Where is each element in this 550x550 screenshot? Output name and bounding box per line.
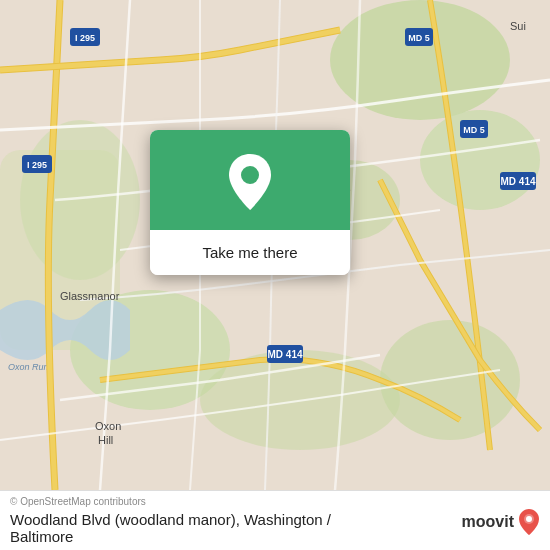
popup-tail [240,273,260,275]
svg-text:Hill: Hill [98,434,113,446]
map-container: Oxon Run I 295 I [0,0,550,490]
svg-text:Glassmanor: Glassmanor [60,290,120,302]
svg-text:Sui: Sui [510,20,526,32]
popup-icon-background [150,130,350,230]
take-me-there-button[interactable]: Take me there [150,230,350,275]
svg-text:MD 5: MD 5 [408,33,430,43]
svg-text:MD 5: MD 5 [463,125,485,135]
map-attribution: © OpenStreetMap contributors [10,496,540,507]
location-title: Woodland Blvd (woodland manor), Washingt… [10,511,540,528]
location-popup: Take me there [150,130,350,275]
svg-text:I 295: I 295 [27,160,47,170]
location-subtitle: Baltimore [10,528,540,545]
svg-text:Oxon Run: Oxon Run [8,362,49,372]
footer: © OpenStreetMap contributors Woodland Bl… [0,490,550,550]
svg-point-29 [241,166,259,184]
svg-text:MD 414: MD 414 [267,349,302,360]
moovit-text: moovit [462,513,514,531]
moovit-logo: moovit [462,508,540,536]
svg-text:Oxon: Oxon [95,420,121,432]
location-pin-icon [225,152,275,212]
svg-point-31 [526,516,532,522]
moovit-pin-icon [518,508,540,536]
svg-text:MD 414: MD 414 [500,176,535,187]
svg-text:I 295: I 295 [75,33,95,43]
